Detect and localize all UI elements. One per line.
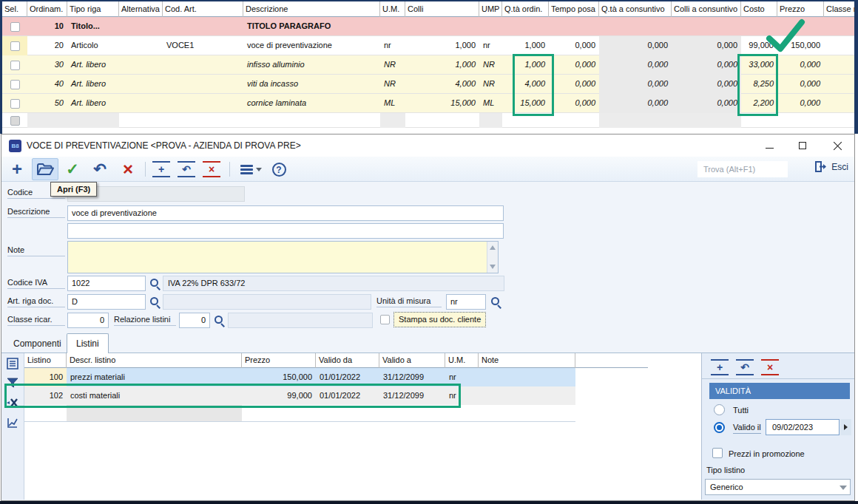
cell-qta-ordin[interactable]: 1,000: [502, 36, 549, 55]
cell-descrizione[interactable]: infisso alluminio: [243, 55, 380, 75]
relazione-search-icon[interactable]: [214, 315, 225, 326]
cell-alternativa[interactable]: [119, 36, 163, 55]
dialog-titlebar[interactable]: B8 VOCE DI PREVENTIVAZIONE <PROVA - AZIE…: [1, 134, 854, 157]
note-scrollbar[interactable]: [487, 242, 498, 273]
cell-ordinam[interactable]: [27, 113, 67, 128]
cell-alternativa[interactable]: [119, 94, 163, 113]
note-textarea[interactable]: [67, 241, 499, 273]
tab-componenti[interactable]: Componenti: [4, 336, 70, 353]
cancel-button[interactable]: ×: [117, 158, 139, 180]
table-row-titolo[interactable]: 10 Titolo... TITOLO PARAGRAFO: [2, 17, 854, 36]
close-button[interactable]: [826, 137, 848, 154]
col-tempo-posa[interactable]: Tempo posa: [549, 1, 599, 17]
art-riga-doc-input[interactable]: D: [67, 294, 146, 310]
cell-qta-consuntivo[interactable]: 0,000: [599, 75, 672, 94]
cell-classe[interactable]: [824, 94, 854, 113]
cell-classe[interactable]: [824, 75, 854, 94]
col-note[interactable]: Note: [479, 353, 575, 368]
cell-tempo-posa[interactable]: 0,000: [549, 75, 599, 94]
codice-iva-search-icon[interactable]: [149, 278, 161, 289]
trova-shortcut-field[interactable]: Trova (Alt+F1): [697, 161, 788, 177]
panel-row-delete-button[interactable]: ×: [761, 356, 779, 378]
descrizione-input[interactable]: voce di preventivazione: [67, 205, 504, 221]
col-ordinam[interactable]: Ordinam.: [27, 1, 67, 17]
cell-alternativa[interactable]: [119, 75, 163, 94]
stampa-checkbox[interactable]: [380, 315, 390, 324]
cell-colli[interactable]: 1,000: [405, 36, 479, 55]
cell-qta-ordin[interactable]: [502, 17, 549, 36]
col-sel[interactable]: Sel.: [2, 1, 27, 17]
col-qta-ordin[interactable]: Q.tà ordin.: [502, 1, 549, 17]
chart-button[interactable]: [5, 415, 20, 430]
relazione-listini-input[interactable]: 0: [179, 313, 210, 328]
cell-colli-consuntivo[interactable]: [672, 113, 741, 128]
cell-qta-consuntivo[interactable]: [599, 17, 672, 36]
col-alternativa[interactable]: Alternativa: [119, 1, 163, 17]
tab-listini[interactable]: Listini: [67, 333, 109, 353]
grid-view-button[interactable]: [5, 356, 20, 371]
cell-ump[interactable]: NR: [479, 55, 502, 75]
cell-colli[interactable]: 1,000: [405, 55, 479, 75]
cell-classe[interactable]: [824, 17, 854, 36]
cell-alternativa[interactable]: [119, 55, 163, 75]
row-select-checkbox[interactable]: [10, 22, 20, 32]
cell-tipo-riga[interactable]: [67, 113, 119, 128]
row-delete-button[interactable]: ×: [203, 158, 220, 180]
cell-ump[interactable]: nr: [479, 36, 502, 55]
cell-ump[interactable]: [479, 113, 502, 128]
cell-tempo-posa[interactable]: 0,000: [549, 94, 599, 113]
radio-valido-il-label[interactable]: Valido il: [733, 423, 761, 434]
table-row-art-libero[interactable]: 40 Art. libero viti da incasso NR 4,000 …: [2, 75, 854, 94]
table-row-art-libero[interactable]: 30 Art. libero infisso alluminio NR 1,00…: [2, 55, 854, 75]
row-select-checkbox[interactable]: [10, 80, 20, 89]
panel-row-add-button[interactable]: +: [711, 356, 729, 378]
radio-tutti[interactable]: [714, 404, 725, 415]
cell-colli[interactable]: 15,000: [405, 94, 479, 113]
row-select-checkbox[interactable]: [10, 99, 20, 109]
cell-qta-consuntivo[interactable]: [599, 113, 672, 128]
cell-tipo-riga[interactable]: Art. libero: [67, 75, 119, 94]
cell-classe[interactable]: [824, 113, 854, 128]
col-valido-a[interactable]: Valido a: [379, 353, 445, 368]
col-descr-listino[interactable]: Descr. listino: [67, 353, 242, 368]
cell-colli[interactable]: [405, 17, 479, 36]
cell-colli-consuntivo[interactable]: 0,000: [672, 94, 741, 113]
cell-descrizione[interactable]: viti da incasso: [243, 75, 380, 94]
cell-tipo-riga[interactable]: Art. libero: [67, 55, 119, 75]
cell-tempo-posa[interactable]: 0,000: [549, 55, 599, 75]
codice-iva-input[interactable]: 1022: [67, 276, 146, 291]
cell-colli[interactable]: 4,000: [405, 75, 479, 94]
table-row-art-libero[interactable]: 50 Art. libero cornice laminata ML 15,00…: [2, 94, 854, 113]
cell-classe[interactable]: [824, 36, 854, 55]
help-button[interactable]: ?: [269, 158, 288, 180]
cell-colli-consuntivo[interactable]: [672, 17, 741, 36]
cell-um[interactable]: NR: [380, 55, 405, 75]
cell-cod-art[interactable]: [163, 94, 243, 113]
cell-alternativa[interactable]: [119, 17, 163, 36]
prezzi-promozione-checkbox[interactable]: [712, 448, 723, 458]
cell-colli-consuntivo[interactable]: 0,000: [672, 75, 741, 94]
cell-cod-art[interactable]: [163, 17, 243, 36]
scroll-up-icon[interactable]: [490, 245, 496, 250]
cell-prezzo[interactable]: 0,000: [777, 94, 824, 113]
col-tipo-riga[interactable]: Tipo riga: [67, 1, 119, 17]
cell-cod-art[interactable]: [163, 75, 243, 94]
row-select-checkbox[interactable]: [10, 116, 20, 126]
col-descrizione[interactable]: Descrizione: [243, 1, 380, 17]
open-button[interactable]: [32, 158, 58, 180]
tipo-listino-select[interactable]: Generico: [705, 479, 851, 495]
cell-prezzo[interactable]: 0,000: [777, 55, 824, 75]
esci-button[interactable]: Esci: [814, 160, 848, 173]
valido-il-date-input[interactable]: 09/02/2023: [766, 419, 840, 435]
cell-cod-art[interactable]: [163, 113, 243, 128]
unita-misura-search-icon[interactable]: [490, 296, 501, 307]
cell-um[interactable]: NR: [380, 75, 405, 94]
row-select-checkbox[interactable]: [10, 61, 20, 70]
cell-qta-consuntivo[interactable]: 0,000: [599, 55, 672, 75]
cell-prezzo[interactable]: 0,000: [777, 75, 824, 94]
col-valido-da[interactable]: Valido da: [316, 353, 379, 368]
radio-valido-il[interactable]: [714, 422, 725, 433]
scroll-down-icon[interactable]: [490, 265, 496, 269]
cell-ordinam[interactable]: 40: [27, 75, 67, 94]
cell-ordinam[interactable]: 20: [27, 36, 67, 55]
